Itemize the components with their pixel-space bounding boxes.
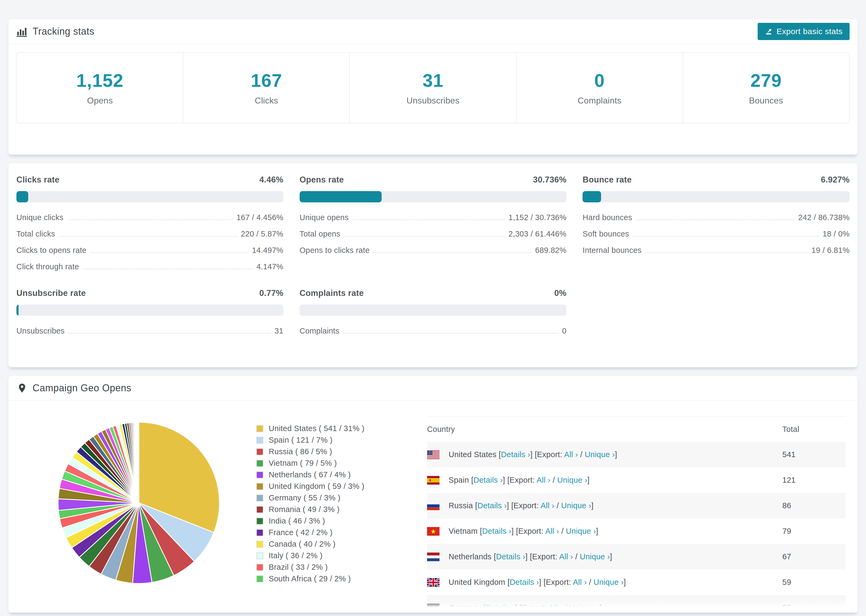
rate-row-label: Clicks to opens rate [16,246,87,255]
export-unique-link[interactable]: Unique › [580,552,610,561]
legend-item-canada[interactable]: Canada ( 40 / 2% ) [256,538,407,550]
export-unique-link[interactable]: Unique › [561,501,591,510]
export-unique-link[interactable]: Unique › [557,476,587,484]
legend-item-italy[interactable]: Italy ( 36 / 2% ) [256,550,407,561]
legend-swatch [256,448,263,455]
legend-item-india[interactable]: India ( 46 / 3% ) [256,515,407,527]
rate-row: Unique clicks167 / 4.456% [16,213,283,222]
rate-row: Internal bounces19 / 6.81% [583,246,850,255]
dotted-leader [636,220,794,220]
legend-item-united-kingdom[interactable]: United Kingdom ( 59 / 3% ) [256,481,407,492]
legend-item-spain[interactable]: Spain ( 121 / 7% ) [256,434,407,446]
legend-label: United States ( 541 / 31% ) [269,424,364,433]
legend-item-france[interactable]: France ( 42 / 2% ) [256,527,407,538]
rate-row-label: Unique opens [299,213,349,222]
summary-stats-box: 1,152Opens167Clicks31Unsubscribes0Compla… [16,52,850,123]
export-all-link[interactable]: All › [573,578,587,586]
rate-row-value: 2,303 / 61.446% [509,229,567,238]
details-link[interactable]: Details › [510,578,539,586]
legend-item-romania[interactable]: Romania ( 49 / 3% ) [256,504,407,515]
rate-row: Soft bounces18 / 0% [583,229,850,238]
country-text: Netherlands [Details ›] [Export: All › /… [449,552,612,561]
details-link[interactable]: Details › [482,527,512,535]
country-name: United Kingdom [449,578,507,586]
stat-label: Bounces [749,96,783,105]
geo-opens-header: Campaign Geo Opens [8,376,858,401]
progress-bar-fill [16,305,19,316]
rate-row-label: Soft bounces [583,229,629,238]
rate-row: Complaints0 [299,327,567,335]
details-link[interactable]: Details › [477,501,507,510]
rate-row: Opens to clicks rate689.82% [299,246,567,255]
legend-label: India ( 46 / 3% ) [269,517,325,525]
legend-swatch [256,564,263,571]
legend-swatch [256,471,263,478]
dotted-leader [68,333,271,333]
export-all-link[interactable]: All › [540,501,554,510]
rate-value: 0.77% [259,288,283,298]
details-link[interactable]: Details › [486,603,515,612]
export-all-link[interactable]: All › [549,603,563,612]
rate-row-value: 4.147% [256,262,283,271]
stat-value: 1,152 [76,70,123,91]
rate-title: Complaints rate [299,288,364,298]
legend-item-germany[interactable]: Germany ( 55 / 3% ) [256,492,407,504]
rate-rows: Hard bounces242 / 86.738%Soft bounces18 … [583,213,850,255]
summary-stats-wrap: 1,152Opens167Clicks31Unsubscribes0Compla… [8,44,858,154]
summary-stat-opens: 1,152Opens [17,53,183,123]
legend-label: Germany ( 55 / 3% ) [269,493,340,502]
legend-item-south-africa[interactable]: South Africa ( 29 / 2% ) [256,573,407,585]
rate-rows: Unique clicks167 / 4.456%Total clicks220… [16,213,283,271]
export-unique-link[interactable]: Unique › [566,527,596,535]
rate-row-value: 19 / 6.81% [811,246,850,255]
export-unique-link[interactable]: Unique › [569,603,600,612]
export-basic-stats-button[interactable]: Export basic stats [757,23,850,40]
details-link[interactable]: Details › [496,552,525,561]
details-link[interactable]: Details › [501,450,531,459]
legend-label: Netherlands ( 67 / 4% ) [269,470,351,479]
legend-item-netherlands[interactable]: Netherlands ( 67 / 4% ) [256,469,407,481]
column-header-country: Country [427,425,783,434]
progress-bar-track [299,305,567,316]
total-cell: 541 [783,450,846,459]
export-unique-link[interactable]: Unique › [585,450,615,459]
export-icon [765,27,773,36]
rate-title: Opens rate [299,175,344,185]
rate-block-unsubscribe-rate: Unsubscribe rate0.77%Unsubscribes31 [16,288,283,335]
export-all-link[interactable]: All › [559,552,573,561]
geo-pie-chart [55,420,222,586]
export-all-link[interactable]: All › [537,476,550,484]
legend-item-russia[interactable]: Russia ( 86 / 5% ) [256,446,407,457]
progress-bar-fill [583,191,601,203]
rate-row-value: 220 / 5.87% [241,229,283,238]
country-cell: Netherlands [Details ›] [Export: All › /… [427,552,783,561]
country-text: Germany [Details ›] [Export: All › / Uni… [449,603,602,612]
progress-bar-track [299,191,567,203]
export-all-link[interactable]: All › [545,527,559,535]
legend-swatch [256,495,263,501]
total-cell: 121 [783,476,846,485]
total-cell: 59 [783,578,846,587]
rate-rows: Unique opens1,152 / 30.736%Total opens2,… [299,213,567,255]
export-unique-link[interactable]: Unique › [594,578,624,586]
details-link[interactable]: Details › [473,476,503,484]
legend-item-united-states[interactable]: United States ( 541 / 31% ) [256,423,407,434]
rate-row-label: Unsubscribes [16,327,65,335]
progress-bar-track [583,191,850,203]
rate-head: Opens rate30.736% [299,175,567,185]
export-all-link[interactable]: All › [564,450,578,459]
country-cell: Vietnam [Details ›] [Export: All › / Uni… [427,527,783,536]
legend-label: Spain ( 121 / 7% ) [269,436,333,445]
rate-row-label: Hard bounces [583,213,632,222]
stat-value: 167 [251,70,282,91]
rate-head: Unsubscribe rate0.77% [16,288,283,298]
dotted-leader [344,236,505,237]
tracking-stats-card: Tracking stats Export basic stats 1,152O… [8,19,858,155]
legend-item-brazil[interactable]: Brazil ( 33 / 2% ) [256,561,407,573]
export-button-label: Export basic stats [776,27,842,36]
rate-row-label: Opens to clicks rate [299,246,370,255]
country-cell: United Kingdom [Details ›] [Export: All … [427,578,783,587]
dotted-leader [373,252,531,253]
legend-label: Brazil ( 33 / 2% ) [269,563,328,572]
legend-item-vietnam[interactable]: Vietnam ( 79 / 5% ) [256,457,407,469]
